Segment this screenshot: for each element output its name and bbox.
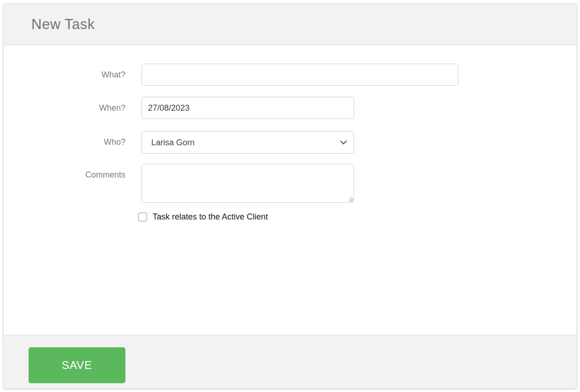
page-title: New Task (31, 16, 95, 33)
active-client-checkbox[interactable] (138, 213, 147, 221)
panel-header: New Task (4, 4, 576, 45)
comments-label: Comments (4, 164, 125, 180)
active-client-checkbox-label: Task relates to the Active Client (153, 212, 268, 222)
when-label: When? (4, 103, 125, 113)
panel-footer: SAVE (4, 335, 576, 388)
save-button[interactable]: SAVE (29, 347, 125, 383)
new-task-panel: New Task What? When? Who? Larisa Gorn (4, 4, 576, 388)
when-row: When? (4, 97, 576, 119)
active-client-checkbox-wrap[interactable]: Task relates to the Active Client (138, 212, 576, 222)
what-label: What? (4, 70, 125, 80)
comments-textarea[interactable] (142, 164, 354, 203)
task-form: What? When? Who? Larisa Gorn Com (4, 45, 576, 335)
who-select[interactable]: Larisa Gorn (142, 131, 354, 154)
who-label: Who? (4, 137, 125, 147)
active-client-row: Task relates to the Active Client (4, 212, 576, 222)
comments-row: Comments (4, 164, 576, 203)
who-row: Who? Larisa Gorn (4, 131, 576, 154)
what-row: What? (4, 64, 576, 86)
when-date-input[interactable] (142, 97, 354, 119)
what-input[interactable] (142, 64, 458, 86)
